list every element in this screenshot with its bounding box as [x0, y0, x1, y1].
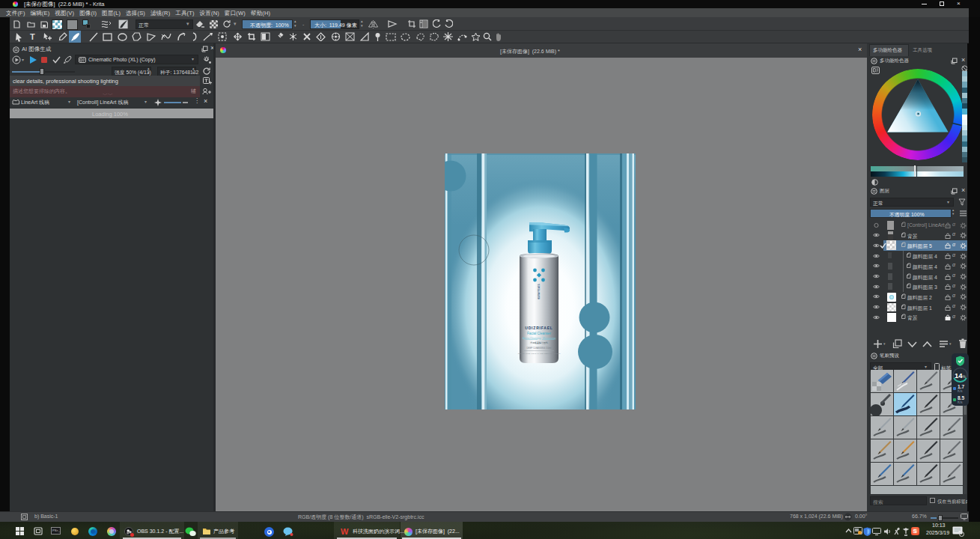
svg-text:DEEP CLEANSING 150ml: DEEP CLEANSING 150ml: [527, 347, 552, 350]
svg-text:Amino-Cleansing · Moisturizing: Amino-Cleansing · Moisturizing: [523, 337, 556, 340]
svg-text:GENTLE AMINO ACID DAILY CLEANS: GENTLE AMINO ACID DAILY CLEANSER FOR ALL…: [518, 353, 561, 354]
svg-text:UDIZRIFAEL: UDIZRIFAEL: [525, 326, 553, 330]
svg-text:净澈氨基酸洁面乳: 净澈氨基酸洁面乳: [530, 341, 548, 344]
svg-text:HSIRAFREAES: HSIRAFREAES: [538, 284, 541, 299]
svg-text:Facial Cleanser: Facial Cleanser: [527, 332, 551, 335]
